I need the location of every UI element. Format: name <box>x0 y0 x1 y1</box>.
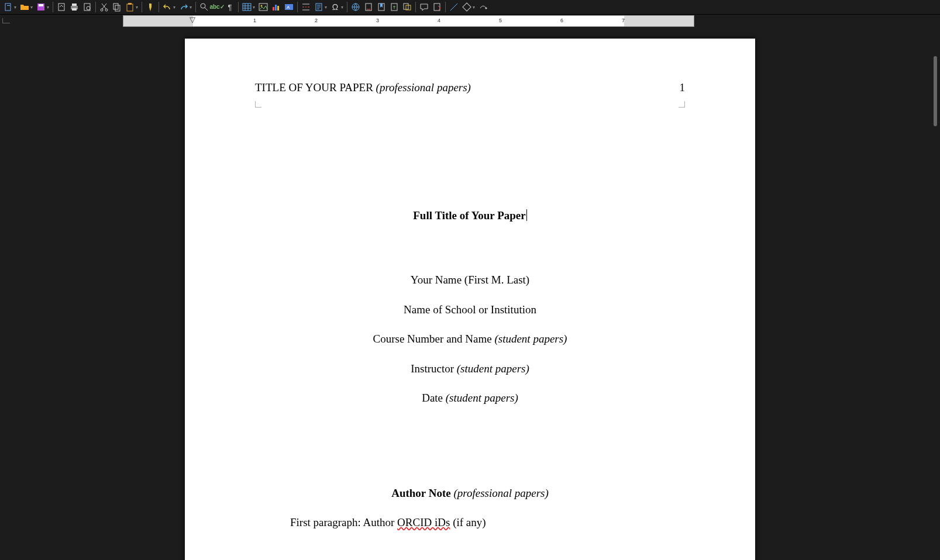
spellcheck-icon[interactable]: abc✓ <box>211 1 223 13</box>
draw-functions-icon[interactable] <box>477 1 489 13</box>
ruler-right-margin <box>624 16 694 26</box>
format-paintbrush-icon[interactable] <box>144 1 156 13</box>
svg-rect-4 <box>58 4 64 11</box>
toolbar-separator <box>297 2 298 12</box>
insert-comment-icon[interactable] <box>401 1 413 13</box>
svg-rect-14 <box>127 4 133 11</box>
horizontal-ruler-row: ▽ 1 2 3 4 5 6 7 <box>0 15 940 27</box>
ruler-number: 6 <box>560 18 563 23</box>
first-para-prefix: First paragraph: Author <box>290 516 397 528</box>
line-tool-icon[interactable] <box>448 1 460 13</box>
cross-reference-icon[interactable] <box>388 1 400 13</box>
redo-dropdown[interactable]: ▾ <box>190 5 192 10</box>
insert-chart-icon[interactable] <box>270 1 282 13</box>
toolbar-separator <box>347 2 347 12</box>
text-cursor <box>526 209 527 221</box>
insert-textbox-icon[interactable]: A <box>283 1 295 13</box>
ruler-left-margin <box>123 16 193 26</box>
author-note-suffix: (professional papers) <box>453 487 548 499</box>
cut-icon[interactable] <box>98 1 110 13</box>
comment-icon[interactable] <box>418 1 430 13</box>
paste-icon[interactable] <box>124 1 136 13</box>
course-note: (student papers) <box>494 333 567 345</box>
page-break-icon[interactable] <box>300 1 312 13</box>
track-changes-icon[interactable] <box>431 1 443 13</box>
svg-rect-33 <box>463 3 471 11</box>
open-folder-icon[interactable] <box>19 1 30 13</box>
bookmark-icon[interactable] <box>376 1 387 13</box>
vertical-scrollbar[interactable] <box>934 56 937 126</box>
save-icon[interactable] <box>35 1 47 13</box>
special-char-icon[interactable]: Ω <box>329 1 341 13</box>
hyperlink-icon[interactable] <box>350 1 361 13</box>
running-head: TITLE OF YOUR PAPER (professional papers… <box>255 79 471 96</box>
page-header: TITLE OF YOUR PAPER (professional papers… <box>255 79 685 96</box>
basic-shapes-icon[interactable] <box>461 1 473 13</box>
date-line: Date (student papers) <box>255 390 685 407</box>
print-icon[interactable] <box>68 1 80 13</box>
paste-dropdown[interactable]: ▾ <box>136 5 138 10</box>
instructor-note: (student papers) <box>457 362 529 375</box>
svg-rect-22 <box>277 6 279 11</box>
page-number: 1 <box>680 79 686 96</box>
author-name-line: Your Name (First M. Last) <box>255 272 685 289</box>
running-head-note: (professional papers) <box>376 81 471 94</box>
ruler-indent-marker[interactable]: ▽ <box>190 15 195 24</box>
svg-rect-17 <box>243 4 251 11</box>
toolbar-separator <box>142 2 142 12</box>
undo-icon[interactable] <box>161 1 173 13</box>
instructor-line: Instructor (student papers) <box>255 361 685 378</box>
svg-rect-15 <box>128 3 132 5</box>
ruler-number: 1 <box>253 18 256 23</box>
save-dropdown[interactable]: ▾ <box>47 5 49 10</box>
ruler-number: 2 <box>315 18 318 23</box>
svg-text:A: A <box>287 5 290 10</box>
header-mark-right <box>679 101 685 108</box>
new-document-icon[interactable] <box>2 1 14 13</box>
redo-icon[interactable] <box>178 1 190 13</box>
ruler-number: 3 <box>376 18 379 23</box>
date-prefix: Date <box>422 392 446 404</box>
toolbar-separator <box>195 2 196 12</box>
svg-rect-1 <box>7 5 10 6</box>
toolbar-separator <box>95 2 96 12</box>
toolbar-separator <box>238 2 239 12</box>
document-workspace[interactable]: TITLE OF YOUR PAPER (professional papers… <box>0 27 940 560</box>
toolbar-separator <box>415 2 416 12</box>
ruler-corner-mark <box>2 18 10 23</box>
course-prefix: Course Number and Name <box>373 333 495 345</box>
field-dropdown[interactable]: ▾ <box>325 5 327 10</box>
formatting-marks-icon[interactable]: ¶ <box>224 1 236 13</box>
export-pdf-icon[interactable] <box>56 1 67 13</box>
insert-field-icon[interactable] <box>313 1 325 13</box>
print-preview-icon[interactable] <box>81 1 93 13</box>
toolbar-separator <box>445 2 446 12</box>
svg-point-34 <box>486 8 487 9</box>
shapes-dropdown[interactable]: ▾ <box>473 5 475 10</box>
find-replace-icon[interactable] <box>198 1 210 13</box>
svg-rect-12 <box>113 4 118 9</box>
new-document-dropdown[interactable]: ▾ <box>14 5 16 10</box>
horizontal-ruler[interactable]: ▽ 1 2 3 4 5 6 7 <box>123 15 694 27</box>
svg-rect-3 <box>39 4 43 6</box>
header-mark-left <box>255 101 261 108</box>
insert-image-icon[interactable] <box>257 1 269 13</box>
institution-line: Name of School or Institution <box>255 302 685 319</box>
document-page[interactable]: TITLE OF YOUR PAPER (professional papers… <box>185 39 755 560</box>
special-dropdown[interactable]: ▾ <box>341 5 343 10</box>
table-dropdown[interactable]: ▾ <box>253 5 255 10</box>
instructor-prefix: Instructor <box>411 362 457 375</box>
main-toolbar: ▾ ▾ ▾ ▾ ▾ ▾ abc✓ ¶ ▾ <box>0 0 940 15</box>
svg-point-16 <box>201 4 205 8</box>
insert-table-icon[interactable] <box>241 1 253 13</box>
open-dropdown[interactable]: ▾ <box>30 5 33 10</box>
first-paragraph-line: First paragraph: Author ORCID iDs (if an… <box>255 514 685 531</box>
header-boundary-marks <box>255 101 685 108</box>
svg-rect-6 <box>72 4 77 6</box>
running-head-title: TITLE OF YOUR PAPER <box>255 81 376 94</box>
footnote-icon[interactable] <box>363 1 374 13</box>
svg-point-9 <box>87 6 90 10</box>
undo-dropdown[interactable]: ▾ <box>173 5 175 10</box>
copy-icon[interactable] <box>111 1 123 13</box>
author-note-bold: Author Note <box>391 487 453 499</box>
